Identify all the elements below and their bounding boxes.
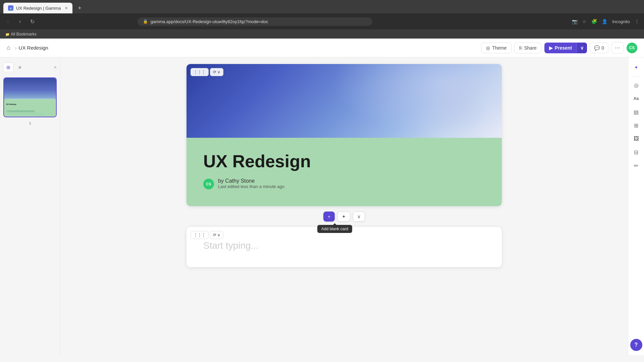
edit-panel-button[interactable]: ✏ xyxy=(630,160,642,172)
top-nav-actions: ◎ Theme ⎘ Share ▶ Present ∨ 💬 0 ⋯ xyxy=(481,42,637,54)
card-layout-icon: ▤ xyxy=(634,109,639,115)
address-bar[interactable]: 🔒 gamma.app/docs/UX-Redesign-utuw9ty82oy… xyxy=(138,17,372,26)
slide-number-label: 3 xyxy=(3,121,57,125)
theme-circle-icon: ◎ xyxy=(634,82,639,88)
comment-count: 0 xyxy=(601,45,604,51)
ai-panel-button[interactable]: ✦ xyxy=(630,61,642,73)
theme-icon: ◎ xyxy=(486,45,490,51)
new-tab-button[interactable]: + xyxy=(75,3,85,13)
account-icon[interactable]: 👤 xyxy=(600,17,609,25)
bookmark-star-icon[interactable]: ☆ xyxy=(581,17,588,25)
comment-icon: 💬 xyxy=(594,45,600,51)
user-avatar[interactable]: CS xyxy=(627,43,637,53)
thumb-title-text: UX Redesign xyxy=(6,103,16,105)
browser-tab[interactable]: γ UX Redesign | Gamma × xyxy=(3,3,72,13)
extension-icon[interactable]: 🧩 xyxy=(590,17,598,25)
url-text: gamma.app/docs/UX-Redesign-utuw9ty82oy1f… xyxy=(151,19,268,24)
chevron-down-icon-between: ∨ xyxy=(357,214,361,219)
hero-author: CS by Cathy Stone Last edited less than … xyxy=(203,178,485,189)
theme-panel-button[interactable]: ◎ xyxy=(630,79,642,91)
right-panel: ✦ ◎ Aa ▤ ⊞ 🖼 ⊟ ✏ ? xyxy=(628,57,644,355)
menu-icon[interactable]: ⋮ xyxy=(633,17,641,25)
play-icon: ▶ xyxy=(549,45,553,51)
second-card-options-button[interactable]: ⋮⋮⋮ xyxy=(191,231,209,239)
card-options-button[interactable]: ⋮⋮⋮ xyxy=(191,68,209,76)
slides-sidebar: ⊞ ≡ × UX Redesign 3 xyxy=(0,57,60,355)
share-button[interactable]: ⎘ Share xyxy=(514,43,541,53)
reload-button[interactable]: ↻ xyxy=(28,17,37,26)
slide-thumbnail-image: UX Redesign xyxy=(4,78,56,108)
hero-image xyxy=(186,64,502,138)
incognito-label: Incognito xyxy=(611,19,631,24)
editor-placeholder[interactable]: Start typing... xyxy=(203,240,485,251)
hero-title[interactable]: UX Redesign xyxy=(203,151,485,171)
slide-thumbnail-1[interactable]: UX Redesign xyxy=(3,77,57,117)
font-icon: Aa xyxy=(634,96,639,101)
grid-panel-button[interactable]: ⊞ xyxy=(630,119,642,131)
tab-label: UX Redesign | Gamma xyxy=(16,6,61,11)
forward-button[interactable]: › xyxy=(15,17,25,26)
tab-close-btn[interactable]: × xyxy=(65,5,67,11)
lock-icon: 🔒 xyxy=(143,19,148,24)
thumb-content-area xyxy=(4,108,56,117)
hero-card: ⋮⋮⋮ ⟳ ∨ UX Redesign CS by Cathy Stone La… xyxy=(186,64,502,206)
second-card-toolbar: ⋮⋮⋮ ⟳ ∨ xyxy=(191,231,223,239)
ai-sparkle-icon: ✦ xyxy=(342,214,346,219)
present-dropdown-button[interactable]: ∨ xyxy=(577,43,587,53)
breadcrumb-doc-title: UX Redesign xyxy=(19,45,48,51)
second-card[interactable]: ⋮⋮⋮ ⟳ ∨ Start typing... xyxy=(186,227,502,267)
present-button[interactable]: ▶ Present ∨ xyxy=(544,43,587,53)
font-panel-button[interactable]: Aa xyxy=(630,93,642,105)
sidebar-close-button[interactable]: × xyxy=(54,65,57,70)
present-label: Present xyxy=(555,45,572,51)
card-panel-button[interactable]: ▤ xyxy=(630,106,642,118)
main-area: ⊞ ≡ × UX Redesign 3 xyxy=(0,57,644,355)
theme-label: Theme xyxy=(492,45,507,51)
author-avatar: CS xyxy=(203,179,214,189)
breadcrumb-chevron: › xyxy=(15,45,17,51)
comment-button[interactable]: 💬 0 xyxy=(590,43,608,53)
top-navigation: ⌂ › UX Redesign ◎ Theme ⎘ Share ▶ Presen… xyxy=(0,39,644,57)
author-info: by Cathy Stone Last edited less than a m… xyxy=(218,178,284,189)
bookmarks-bar-label: All Bookmarks xyxy=(11,32,37,37)
image-icon: 🖼 xyxy=(634,136,639,142)
ai-add-button[interactable]: ✦ xyxy=(337,212,350,222)
tab-favicon: γ xyxy=(8,5,13,11)
grid-view-button[interactable]: ⊞ xyxy=(3,63,13,72)
home-button[interactable]: ⌂ xyxy=(7,44,10,51)
card-layout-button[interactable]: ⟳ ∨ xyxy=(210,68,223,76)
expand-options-button[interactable]: ∨ xyxy=(353,212,365,222)
present-main-button[interactable]: ▶ Present xyxy=(544,43,577,53)
back-button[interactable]: ‹ xyxy=(3,17,13,26)
plus-icon: + xyxy=(328,214,330,219)
hero-content: UX Redesign CS by Cathy Stone Last edite… xyxy=(186,138,502,206)
view-toggle: ⊞ ≡ × xyxy=(3,63,57,72)
help-button[interactable]: ? xyxy=(630,339,642,351)
theme-button[interactable]: ◎ Theme xyxy=(481,43,512,53)
table-icon: ⊟ xyxy=(634,149,638,156)
between-cards-toolbar: + ✦ ∨ Add blank card xyxy=(323,212,365,222)
bookmark-folder-icon: 📁 xyxy=(5,33,9,36)
add-card-button[interactable]: + xyxy=(323,212,335,222)
card-toolbar: ⋮⋮⋮ ⟳ ∨ xyxy=(191,68,223,76)
image-panel-button[interactable]: 🖼 xyxy=(630,133,642,145)
author-meta: Last edited less than a minute ago xyxy=(218,184,284,189)
share-icon: ⎘ xyxy=(519,45,522,51)
table-panel-button[interactable]: ⊟ xyxy=(630,146,642,158)
bookmarks-bar-item[interactable]: 📁 All Bookmarks xyxy=(3,31,39,37)
panel-divider xyxy=(632,76,640,76)
share-label: Share xyxy=(524,45,536,51)
edit-icon: ✏ xyxy=(634,163,638,169)
more-options-button[interactable]: ⋯ xyxy=(611,42,624,54)
grid-icon: ⊞ xyxy=(634,122,638,129)
second-card-layout-button[interactable]: ⟳ ∨ xyxy=(210,231,223,239)
list-view-button[interactable]: ≡ xyxy=(15,63,25,72)
camera-icon[interactable]: 📷 xyxy=(571,17,579,25)
author-name: by Cathy Stone xyxy=(218,178,284,184)
chevron-down-icon: ∨ xyxy=(580,45,584,51)
ai-icon: ✦ xyxy=(634,65,638,70)
editor-area: ⋮⋮⋮ ⟳ ∨ UX Redesign CS by Cathy Stone La… xyxy=(60,57,628,355)
